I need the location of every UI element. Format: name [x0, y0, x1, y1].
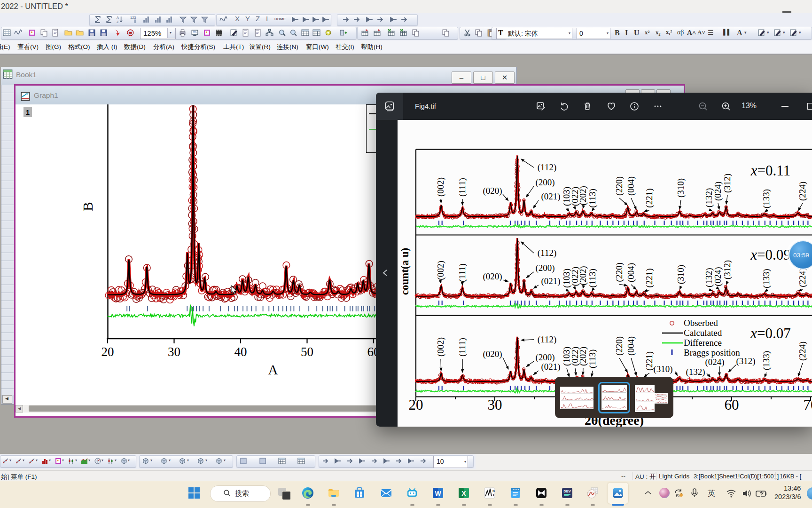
svg-text:x=0.09: x=0.09	[750, 246, 791, 263]
svg-text:(133): (133)	[761, 351, 772, 370]
svg-text:count(a u): count(a u)	[399, 248, 411, 295]
svg-text:W: W	[435, 490, 441, 497]
svg-text:(004): (004)	[626, 176, 636, 196]
svg-text:40: 40	[234, 345, 247, 359]
svg-text:(112): (112)	[538, 334, 556, 345]
svg-text:(310): (310)	[676, 178, 686, 198]
svg-text:(113): (113)	[587, 349, 598, 368]
svg-text:(202): (202)	[578, 186, 588, 205]
svg-text:(224): (224)	[797, 182, 808, 201]
svg-text:(310): (310)	[676, 265, 686, 284]
svg-text:(113): (113)	[587, 189, 598, 207]
svg-text:Difference: Difference	[684, 338, 722, 348]
svg-text:(221): (221)	[644, 189, 655, 208]
svg-text:(002): (002)	[436, 177, 446, 197]
svg-text:(021): (021)	[541, 191, 560, 202]
svg-text:x=0.07: x=0.07	[750, 325, 791, 341]
svg-text:(220): (220)	[614, 262, 625, 282]
svg-text:(002): (002)	[436, 261, 446, 280]
svg-text:(200): (200)	[535, 263, 554, 273]
svg-text:(004): (004)	[626, 336, 636, 356]
svg-text:(024): (024)	[713, 182, 723, 201]
svg-text:(021): (021)	[541, 276, 560, 286]
svg-text:(024): (024)	[705, 357, 724, 367]
svg-text:(020): (020)	[483, 186, 502, 196]
svg-text:B: B	[80, 202, 95, 211]
svg-text:(111): (111)	[457, 263, 468, 282]
svg-text:(112): (112)	[538, 162, 556, 173]
svg-text:(024): (024)	[713, 267, 723, 286]
svg-text:30: 30	[488, 397, 502, 413]
svg-text:Calculated: Calculated	[684, 328, 722, 338]
svg-text:(202): (202)	[578, 266, 588, 285]
svg-text:X: X	[461, 490, 466, 497]
svg-text:(133): (133)	[761, 269, 772, 288]
svg-text:(221): (221)	[644, 268, 655, 287]
svg-text:x=0.11: x=0.11	[750, 162, 790, 179]
svg-text:(133): (133)	[761, 189, 772, 208]
svg-text:(111): (111)	[457, 338, 468, 357]
svg-text:(310): (310)	[653, 364, 672, 374]
svg-text:Z: Z	[117, 20, 119, 24]
svg-text:20: 20	[102, 345, 114, 359]
svg-text:(221): (221)	[644, 351, 655, 371]
svg-text:(004): (004)	[626, 263, 636, 282]
svg-text:Obserbed: Obserbed	[684, 318, 718, 328]
svg-text:30: 30	[168, 345, 180, 359]
svg-text:DEV: DEV	[563, 489, 570, 493]
svg-text:A: A	[268, 362, 278, 377]
svg-text:(112): (112)	[538, 248, 556, 258]
svg-text:(132): (132)	[686, 367, 705, 377]
svg-text:(020): (020)	[483, 271, 502, 282]
svg-text:Braggs position: Braggs position	[684, 348, 740, 357]
svg-text:(113): (113)	[587, 269, 598, 287]
svg-text:123: 123	[130, 16, 136, 20]
svg-text:(220): (220)	[614, 336, 625, 356]
svg-text:50: 50	[301, 345, 313, 359]
svg-text:(220): (220)	[614, 176, 625, 196]
svg-text:(020): (020)	[483, 349, 502, 359]
svg-text:D: D	[492, 489, 495, 493]
svg-text:70: 70	[804, 397, 812, 413]
svg-text:(224): (224)	[797, 341, 808, 361]
svg-text:(312): (312)	[722, 174, 733, 193]
svg-text:(021): (021)	[541, 362, 560, 372]
svg-text:(312): (312)	[736, 356, 755, 366]
svg-text:(200): (200)	[535, 177, 554, 188]
svg-text:(312): (312)	[722, 260, 733, 279]
svg-text:(202): (202)	[578, 347, 588, 366]
svg-text:I: I	[493, 493, 494, 497]
svg-text:60: 60	[725, 397, 739, 413]
svg-text:20: 20	[409, 397, 423, 413]
svg-text:(111): (111)	[457, 178, 468, 197]
svg-text:(002): (002)	[436, 337, 446, 357]
svg-text:(200): (200)	[535, 352, 554, 363]
